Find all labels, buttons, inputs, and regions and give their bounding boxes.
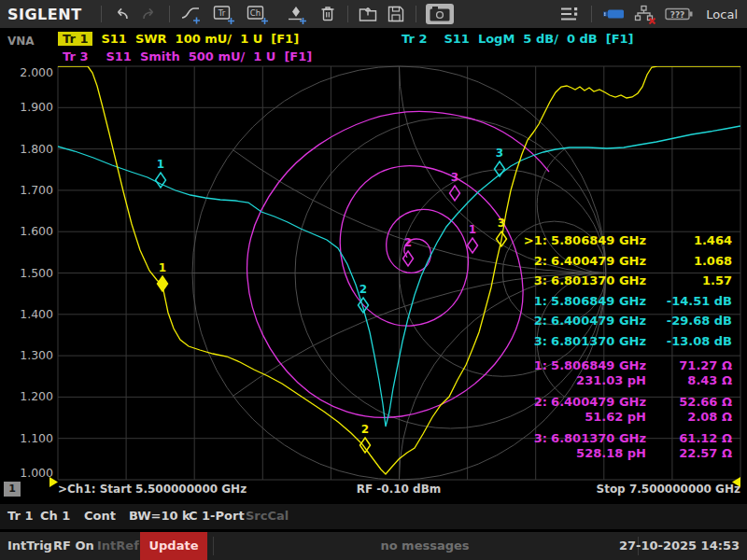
readout-row: 2:6.400479 GHz-29.68 dB [519, 314, 732, 329]
y-axis-tick-label: 1.400 [20, 307, 53, 321]
y-axis-labels: 2.0001.9001.8001.7001.6001.5001.4001.300… [20, 65, 53, 480]
marker-1-cyan[interactable]: 1 [156, 158, 166, 188]
readout-row: >1:5.806849 GHz1.464 [519, 233, 732, 248]
readout-row: 1:5.806849 GHz71.27 Ω [519, 358, 732, 373]
y-axis-tick-label: 2.000 [20, 65, 53, 79]
y-axis-tick-label: 1.300 [20, 348, 53, 362]
y-axis-tick-label: 1.100 [20, 431, 53, 445]
y-axis-tick-label: 1.700 [20, 183, 53, 197]
readout-row: 3:6.801370 GHz1.57 [519, 273, 732, 288]
svg-text:3: 3 [498, 217, 505, 230]
svg-text:1: 1 [157, 158, 164, 171]
y-axis-tick-label: 1.800 [20, 142, 53, 156]
system-status-bar: IntTrig RF On IntRef Update Off no messa… [0, 532, 747, 560]
svg-text:1: 1 [159, 261, 166, 274]
reference-status[interactable]: IntRef [97, 539, 139, 553]
status-bandwidth[interactable]: BW=10 k [129, 509, 190, 523]
y-axis-tick-label: 1.200 [20, 389, 53, 403]
readout-row: 528.18 pH22.57 Ω [519, 446, 732, 461]
marker-3-magenta[interactable]: 3 [450, 171, 460, 201]
readout-row: 51.62 pH2.08 Ω [519, 410, 732, 425]
rf-power-label[interactable]: RF -0.10 dBm [357, 483, 442, 496]
status-correction[interactable]: C 1-Port [189, 509, 245, 523]
status-sweep-mode[interactable]: Cont [84, 509, 116, 523]
marker-1-yellow[interactable]: 1 [158, 261, 168, 291]
update-off-button[interactable]: Update Off [140, 532, 207, 560]
start-frequency-label[interactable]: >Ch1: Start 5.500000000 GHz [58, 483, 247, 496]
marker-1-magenta[interactable]: 1 [468, 223, 478, 253]
status-trace[interactable]: Tr 1 [7, 509, 33, 523]
y-axis-tick-label: 1.900 [20, 100, 53, 114]
readout-row: 231.03 pH8.43 Ω [519, 373, 732, 388]
y-axis-tick-label: 1.600 [20, 224, 53, 238]
status-srccal[interactable]: SrcCal [246, 509, 289, 523]
channel-number-badge[interactable]: 1 [4, 482, 21, 497]
message-area: no messages [380, 539, 469, 553]
svg-text:2: 2 [361, 423, 369, 436]
svg-text:2: 2 [359, 283, 367, 296]
svg-text:2: 2 [404, 236, 412, 249]
svg-text:3: 3 [451, 171, 458, 184]
marker-3-cyan[interactable]: 3 [495, 147, 505, 176]
trigger-status[interactable]: IntTrig [7, 539, 52, 553]
stop-frequency-label[interactable]: Stop 7.500000000 GHz [597, 483, 741, 496]
readout-row: 2:6.400479 GHz52.66 Ω [519, 395, 732, 410]
status-channel[interactable]: Ch 1 [40, 509, 70, 523]
svg-text:1: 1 [469, 223, 476, 236]
vna-application-window: SIGLENT Tr [0, 0, 747, 560]
y-axis-tick-label: 1.500 [20, 266, 53, 280]
stimulus-bar: 1 >Ch1: Start 5.500000000 GHz RF -0.10 d… [0, 481, 747, 498]
readout-row: 1:5.806849 GHz-14.51 dB [519, 294, 732, 309]
readout-row: 3:6.801370 GHz-13.08 dB [519, 334, 732, 349]
svg-text:3: 3 [496, 147, 503, 160]
readout-row: 2:6.400479 GHz1.068 [519, 254, 732, 269]
readout-row: 3:6.801370 GHz61.12 Ω [519, 431, 732, 446]
divider [213, 537, 214, 555]
y-axis-tick-label: 1.000 [20, 466, 53, 480]
status-bar: Tr 1 Ch 1 Cont BW=10 k C 1-Port SrcCal [0, 504, 747, 529]
datetime-label: 27-10-2025 14:53 [619, 539, 740, 553]
rf-status[interactable]: RF On [53, 539, 94, 553]
